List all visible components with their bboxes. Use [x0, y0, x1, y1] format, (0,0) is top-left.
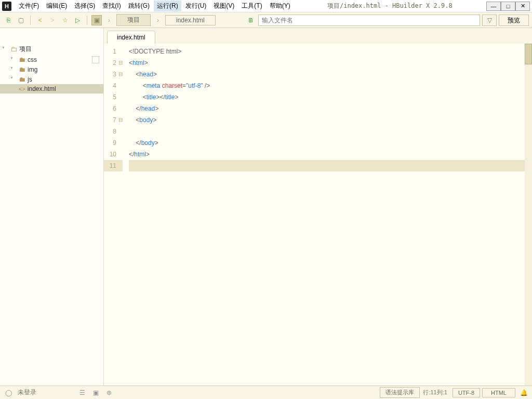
- main-area: ˅ 🗀 项目 ˅ 🖿 css ˅ 🖿 img ˅ 🖿 js <> index.h…: [0, 28, 532, 385]
- tree-css[interactable]: ˅ 🖿 css: [0, 55, 103, 64]
- tree-label: js: [28, 76, 32, 83]
- folder-icon: 🖿: [19, 56, 25, 63]
- line-gutter: 1 2⊟ 3⊟ 4 5 6 7⊟ 8 9 10 11: [104, 44, 125, 385]
- tab-bar: index.html: [104, 28, 532, 44]
- scrollbar[interactable]: [525, 44, 532, 385]
- forward-icon[interactable]: >: [47, 15, 58, 25]
- list-icon[interactable]: ☰: [78, 389, 86, 397]
- tab-index-html[interactable]: index.html: [107, 31, 155, 44]
- chevron-down-icon[interactable]: ˅: [2, 46, 8, 52]
- globe-icon[interactable]: ⊕: [105, 389, 113, 397]
- search-input[interactable]: [258, 15, 480, 26]
- folder-icon[interactable]: ▣: [91, 15, 102, 25]
- new-icon[interactable]: ⎘: [3, 15, 14, 25]
- chevron-right-icon: ›: [153, 15, 163, 25]
- bell-icon[interactable]: 🔔: [520, 389, 528, 397]
- code-content[interactable]: <!DOCTYPE html> <html> <head> <meta char…: [125, 44, 525, 385]
- tree-label: css: [28, 56, 37, 63]
- menu-view[interactable]: 视图(V): [210, 1, 237, 11]
- tree-label: 项目: [19, 45, 32, 54]
- menu-publish[interactable]: 发行(U): [182, 1, 210, 11]
- tree-img[interactable]: ˅ 🖿 img: [0, 64, 103, 74]
- terminal-icon[interactable]: ▣: [91, 389, 100, 397]
- back-icon[interactable]: <: [35, 15, 45, 25]
- tree-js[interactable]: ˅ 🖿 js: [0, 74, 103, 84]
- menu-file[interactable]: 文件(F): [16, 1, 42, 11]
- tree-label: index.html: [28, 85, 56, 92]
- tree-project[interactable]: ˅ 🗀 项目: [0, 44, 103, 55]
- tree-label: img: [28, 66, 37, 73]
- breadcrumb-file[interactable]: index.html: [165, 15, 216, 25]
- scroll-thumb[interactable]: [525, 44, 532, 64]
- statusbar: ◯ 未登录 ☰ ▣ ⊕ 语法提示库 行:11列:1 UTF-8 HTML 🔔: [0, 385, 532, 399]
- encoding-button[interactable]: UTF-8: [453, 388, 480, 397]
- code-editor[interactable]: 1 2⊟ 3⊟ 4 5 6 7⊟ 8 9 10 11 <!DOCTYPE htm…: [104, 44, 532, 385]
- chevron-down-icon[interactable]: ˅: [10, 66, 17, 72]
- chevron-down-icon[interactable]: ˅: [10, 57, 17, 62]
- app-logo: H: [2, 2, 11, 11]
- user-icon[interactable]: ◯: [4, 389, 12, 397]
- window-controls: — □ ✕: [486, 2, 530, 11]
- tree-index-html[interactable]: <> index.html: [0, 84, 103, 94]
- editor-area: index.html 1 2⊟ 3⊟ 4 5 6 7⊟ 8 9 10 11 <!…: [104, 28, 532, 385]
- status-right: 语法提示库 行:11列:1 UTF-8 HTML 🔔: [378, 387, 528, 398]
- divider: [87, 16, 87, 25]
- menu-tools[interactable]: 工具(T): [238, 1, 265, 11]
- language-button[interactable]: HTML: [482, 388, 515, 397]
- preview-button[interactable]: 预览: [499, 15, 529, 26]
- divider: [30, 16, 31, 25]
- chevron-down-icon[interactable]: ˅: [10, 76, 17, 82]
- syntax-button[interactable]: 语法提示库: [380, 387, 420, 398]
- cursor-position: 行:11列:1: [420, 389, 450, 396]
- play-icon[interactable]: ▷: [72, 15, 83, 25]
- checkbox-icon[interactable]: [92, 56, 99, 63]
- login-status[interactable]: 未登录: [18, 388, 36, 397]
- sidebar: ˅ 🗀 项目 ˅ 🖿 css ˅ 🖿 img ˅ 🖿 js <> index.h…: [0, 28, 104, 385]
- code-line: <!DOCTYPE html>: [129, 48, 181, 55]
- minimize-button[interactable]: —: [486, 2, 501, 11]
- folder-icon: 🖿: [19, 75, 25, 83]
- toolbar: ⎘ ▢ < > ☆ ▷ ▣ › 项目 › index.html 🗎 ▽ 预览: [0, 12, 532, 28]
- menu-goto[interactable]: 跳转(G): [125, 1, 153, 11]
- menu-select[interactable]: 选择(S): [71, 1, 98, 11]
- close-button[interactable]: ✕: [515, 2, 530, 11]
- window-title: 项目/index.html - HBuilder X 2.9.8: [294, 2, 486, 10]
- save-icon[interactable]: ▢: [16, 15, 26, 25]
- status-left: ◯ 未登录 ☰ ▣ ⊕: [4, 388, 113, 397]
- star-icon[interactable]: ☆: [60, 15, 70, 25]
- menubar: 文件(F) 编辑(E) 选择(S) 查找(I) 跳转(G) 运行(R) 发行(U…: [16, 1, 294, 11]
- menu-edit[interactable]: 编辑(E): [43, 1, 70, 11]
- html-file-icon: <>: [19, 86, 25, 92]
- breadcrumb-project[interactable]: 项目: [116, 14, 151, 26]
- menu-help[interactable]: 帮助(Y): [267, 1, 294, 11]
- maximize-button[interactable]: □: [501, 2, 515, 11]
- chevron-right-icon[interactable]: ›: [104, 15, 114, 25]
- folder-icon: 🖿: [19, 65, 25, 73]
- menu-find[interactable]: 查找(I): [99, 1, 124, 11]
- search-file-icon[interactable]: 🗎: [246, 15, 256, 25]
- menu-run[interactable]: 运行(R): [154, 1, 181, 11]
- folder-icon: 🗀: [10, 45, 17, 53]
- filter-icon[interactable]: ▽: [482, 15, 497, 26]
- titlebar: H 文件(F) 编辑(E) 选择(S) 查找(I) 跳转(G) 运行(R) 发行…: [0, 0, 532, 12]
